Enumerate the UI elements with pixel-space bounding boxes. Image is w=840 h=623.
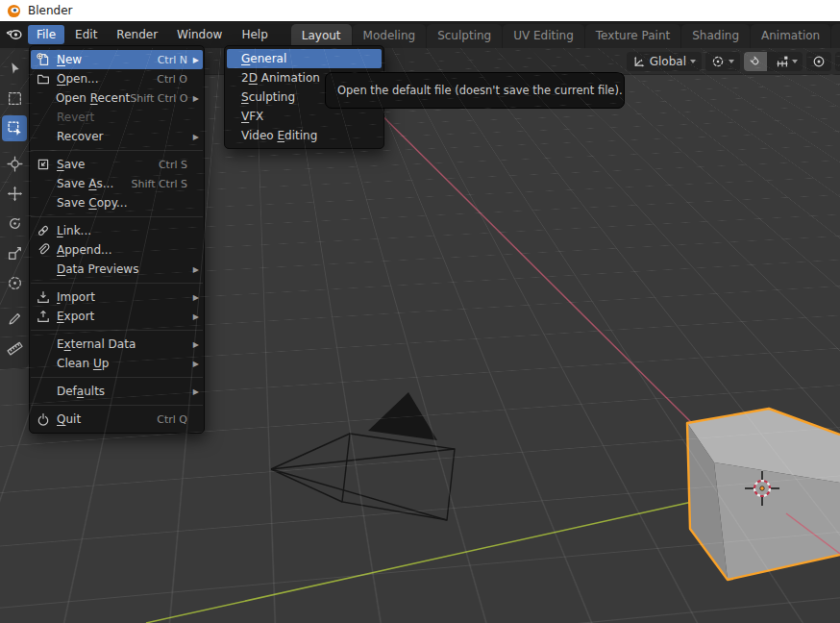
import-icon: [37, 290, 57, 304]
tool-measure[interactable]: [2, 336, 27, 361]
menu-item-label: New: [57, 53, 158, 66]
file-menu-item-data-previews[interactable]: Data Previews▶: [30, 260, 204, 279]
menu-window[interactable]: Window: [168, 25, 231, 44]
submenu-arrow-icon: ▶: [190, 360, 199, 368]
tab-sculpting[interactable]: Sculpting: [427, 24, 502, 48]
topbar: FileEditRenderWindowHelp LayoutModelingS…: [0, 21, 840, 48]
transform-orientation-dropdown[interactable]: Global: [627, 52, 702, 71]
submenu-item-general[interactable]: General: [227, 49, 382, 68]
cube-object[interactable]: [687, 409, 840, 580]
menu-item-label: Import: [57, 290, 187, 304]
window-titlebar: Blender: [0, 0, 840, 21]
falloff-dropdown-partial[interactable]: [835, 52, 840, 71]
submenu-item-label: Video Editing: [241, 129, 317, 142]
submenu-item-video-editing[interactable]: Video Editing: [225, 126, 383, 145]
tool-move[interactable]: [2, 181, 27, 207]
window-title: Blender: [28, 4, 73, 17]
tooltip: Open the default file (doesn't save the …: [325, 72, 625, 109]
file-menu-item-open[interactable]: Open...Ctrl O: [30, 69, 204, 88]
submenu-arrow-icon: ▶: [190, 312, 199, 321]
menu-separator: [31, 283, 203, 284]
file-menu-item-export[interactable]: Export▶: [30, 307, 204, 326]
menu-item-shortcut: Ctrl O: [157, 73, 187, 86]
file-menu-item-recover[interactable]: Recover▶: [30, 127, 204, 146]
tool-rotate[interactable]: [2, 211, 27, 237]
tab-uv-editing[interactable]: UV Editing: [503, 24, 584, 48]
tool-select-active[interactable]: [2, 115, 27, 141]
file-menu-item-save[interactable]: SaveCtrl S: [30, 155, 204, 174]
file-menu-item-save-as[interactable]: Save As...Shift Ctrl S: [30, 174, 204, 193]
submenu-item-vfx[interactable]: VFX: [225, 107, 383, 126]
menu-help[interactable]: Help: [233, 25, 276, 44]
menu-item-label: Recover: [57, 130, 187, 143]
menu-separator: [31, 150, 203, 151]
submenu-item-label: General: [241, 52, 286, 65]
camera-object[interactable]: [271, 392, 455, 520]
snap-target-dropdown[interactable]: [771, 52, 803, 71]
file-menu-item-open-recent[interactable]: Open RecentShift Ctrl O▶: [30, 88, 204, 108]
menu-separator: [31, 330, 203, 331]
tab-rendering[interactable]: Rendering: [831, 24, 840, 48]
menu-item-label: Revert: [57, 111, 187, 124]
blender-app-icon[interactable]: [6, 26, 23, 43]
file-menu-item-defaults[interactable]: Defaults▶: [30, 382, 204, 401]
tool-cursor[interactable]: [2, 151, 27, 177]
export-icon: [37, 310, 57, 323]
submenu-arrow-icon: ▶: [190, 340, 199, 349]
tooltip-text: Open the default file (doesn't save the …: [337, 84, 623, 97]
menu-item-label: Open Recent: [56, 91, 130, 105]
file-menu-item-save-copy[interactable]: Save Copy...: [30, 193, 204, 212]
file-menu-item-append[interactable]: Append...: [30, 240, 204, 260]
proportional-editing-toggle[interactable]: [806, 52, 831, 71]
submenu-arrow-icon: ▶: [190, 265, 199, 274]
workspace-tabs: LayoutModelingSculptingUV EditingTexture…: [291, 21, 840, 48]
snap-target-icon: [776, 55, 789, 68]
file-menu-item-quit[interactable]: QuitCtrl Q: [30, 410, 204, 429]
submenu-arrow-icon: ▶: [190, 56, 199, 64]
chevron-down-icon: [792, 60, 798, 63]
file-menu-item-external-data[interactable]: External Data▶: [30, 335, 204, 354]
file-menu-item-revert[interactable]: Revert: [30, 108, 204, 127]
menu-item-label: Link...: [57, 224, 187, 237]
link-icon: [37, 224, 57, 237]
file-menu-item-import[interactable]: Import▶: [30, 287, 204, 307]
tool-scale[interactable]: [2, 240, 27, 266]
menu-separator: [31, 377, 203, 378]
folder-icon: [37, 72, 57, 86]
tool-transform[interactable]: [2, 270, 27, 296]
tool-annotate[interactable]: [2, 306, 27, 332]
snap-toggle[interactable]: [744, 52, 767, 71]
tool-select-box[interactable]: [2, 86, 27, 112]
blender-logo-icon: [7, 4, 21, 18]
menu-separator: [31, 216, 203, 217]
menu-item-shortcut: Shift Ctrl O: [130, 92, 187, 105]
tab-animation[interactable]: Animation: [751, 24, 830, 48]
tab-texture-paint[interactable]: Texture Paint: [585, 24, 680, 48]
menu-edit[interactable]: Edit: [66, 25, 106, 44]
menu-item-label: Defaults: [57, 385, 187, 398]
tool-toolbar: [0, 50, 29, 369]
submenu-arrow-icon: ▶: [190, 94, 199, 103]
chevron-down-icon: [729, 60, 734, 63]
file-menu: NewCtrl N▶Open...Ctrl OOpen RecentShift …: [29, 45, 205, 434]
menu-item-label: Save: [57, 158, 159, 171]
pivot-point-dropdown[interactable]: [705, 52, 740, 71]
menu-item-label: Save As...: [57, 177, 131, 190]
menu-item-label: Append...: [57, 243, 187, 257]
file-menu-item-link[interactable]: Link...: [30, 221, 204, 240]
axis-x: [341, 75, 696, 427]
viewport-header-controls: Global: [627, 52, 839, 71]
submenu-arrow-icon: ▶: [190, 133, 199, 141]
power-icon: [37, 412, 57, 426]
file-plus-icon: [37, 53, 57, 66]
menu-item-label: Save Copy...: [57, 196, 187, 210]
tool-tweak[interactable]: [2, 56, 27, 82]
menu-file[interactable]: File: [28, 25, 64, 44]
file-menu-item-new[interactable]: NewCtrl N▶: [31, 50, 203, 69]
file-menu-item-clean-up[interactable]: Clean Up▶: [30, 354, 204, 373]
axis-y: [146, 502, 692, 623]
snapping-group: [744, 52, 803, 71]
menu-render[interactable]: Render: [108, 25, 166, 44]
menubar: FileEditRenderWindowHelp: [27, 25, 278, 44]
tab-shading[interactable]: Shading: [681, 24, 750, 48]
